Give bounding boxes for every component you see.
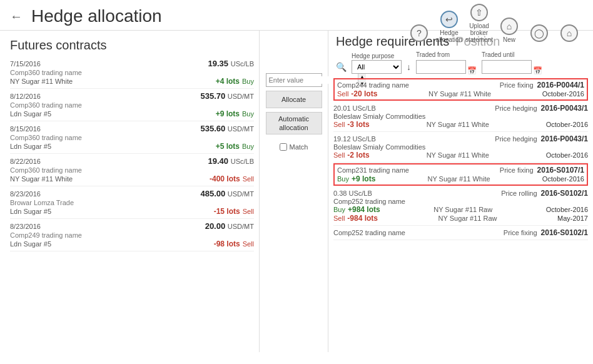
hedge-ref: 2016-P0043/1 bbox=[541, 104, 588, 113]
filter-search-icon: 🔍 bbox=[336, 62, 347, 72]
hedge-period: October-2016 bbox=[546, 121, 588, 128]
hedge-market: NY Sugar #11 White bbox=[427, 175, 490, 183]
hedge-side: Sell bbox=[333, 121, 345, 128]
traded-from-filter: Traded from 📅 bbox=[416, 51, 477, 75]
toolbar: ? ↩ Hedge allocation ⇧ Upload broker sta… bbox=[405, 4, 583, 43]
hedge-lots-sell: -984 lots bbox=[347, 214, 378, 223]
hedge-price: 19.12 USc/LB bbox=[333, 135, 376, 143]
contract-price: 535.60 USD/MT bbox=[200, 124, 254, 133]
toolbar-upload[interactable]: ⇧ Upload broker statement bbox=[465, 4, 493, 43]
contract-market: Ldn Sugar #5 bbox=[10, 143, 51, 150]
contract-price: 485.00 USD/MT bbox=[200, 189, 254, 198]
hedge-type: Price fixing bbox=[500, 166, 534, 174]
contract-company: Comp360 trading name bbox=[10, 68, 254, 77]
contract-lots: -15 lots bbox=[214, 207, 240, 216]
contract-price: 19.40 USc/LB bbox=[208, 156, 254, 166]
hedge-side-buy: Buy bbox=[333, 206, 345, 213]
contracts-list: 7/15/2016 19.35 USc/LB Comp360 trading n… bbox=[0, 56, 259, 352]
header: ← Hedge allocation ? ↩ Hedge allocation … bbox=[0, 0, 593, 31]
contract-item[interactable]: 8/23/2016 485.00 USD/MT Browar Lomza Tra… bbox=[10, 186, 254, 219]
contract-item[interactable]: 8/15/2016 535.60 USD/MT Comp360 trading … bbox=[10, 121, 254, 154]
hedge-period: October-2016 bbox=[542, 90, 584, 98]
hedge-side: Sell bbox=[333, 151, 345, 159]
hedge-market-sell: NY Sugar #11 Raw bbox=[438, 215, 497, 222]
match-label: Match bbox=[290, 143, 308, 151]
hedge-type: Price hedging bbox=[495, 104, 537, 112]
allocate-button[interactable]: Allocate bbox=[266, 91, 322, 108]
traded-until-label: Traded until bbox=[482, 51, 542, 58]
toolbar-home[interactable]: ⌂ bbox=[555, 24, 583, 43]
hedge-item[interactable]: Comp252 trading name Price fixing 2016-S… bbox=[333, 226, 588, 240]
traded-from-input[interactable] bbox=[416, 60, 466, 74]
sort-arrow-icon: ↓ bbox=[407, 62, 411, 72]
hedge-lots: -3 lots bbox=[347, 120, 369, 129]
contract-item[interactable]: 7/15/2016 19.35 USc/LB Comp360 trading n… bbox=[10, 56, 254, 89]
hedge-type: Price hedging bbox=[495, 135, 537, 143]
contract-tag: Buy bbox=[242, 110, 254, 118]
clock-icon: ◯ bbox=[530, 24, 548, 42]
hedge-lots-buy: +984 lots bbox=[348, 205, 380, 214]
automatic-allocation-button[interactable]: Automatic allocation bbox=[266, 112, 322, 134]
match-row: Match bbox=[280, 143, 308, 151]
hedge-ref: 2016-S0102/1 bbox=[541, 228, 588, 237]
hedge-item[interactable]: 20.01 USc/LB Price hedging 2016-P0043/1 … bbox=[333, 101, 588, 132]
hedge-price: 20.01 USc/LB bbox=[333, 104, 376, 112]
hedge-company: Comp252 trading name bbox=[333, 229, 405, 236]
hedge-market: NY Sugar #11 White bbox=[427, 121, 489, 128]
contract-tag: Sell bbox=[243, 240, 254, 248]
main-content: Futures contracts 7/15/2016 19.35 USc/LB… bbox=[0, 31, 593, 352]
contract-market: NY Sugar #11 White bbox=[10, 175, 73, 183]
toolbar-upload-label: Upload broker statement bbox=[465, 23, 493, 43]
page-title: Hedge allocation bbox=[31, 6, 162, 26]
toolbar-new[interactable]: ⌂ New bbox=[495, 18, 523, 43]
contract-market: Ldn Sugar #5 bbox=[10, 110, 51, 118]
contract-date: 8/12/2016 bbox=[10, 93, 41, 100]
left-panel: Futures contracts 7/15/2016 19.35 USc/LB… bbox=[0, 31, 260, 352]
home-icon: ⌂ bbox=[560, 24, 578, 42]
futures-title: Futures contracts bbox=[0, 31, 259, 56]
hedge-purpose-filter: Hedge purpose All bbox=[352, 53, 402, 74]
contract-item[interactable]: 8/23/2016 20.00 USD/MT Comp249 trading n… bbox=[10, 219, 254, 251]
contract-price: 535.70 USD/MT bbox=[200, 91, 254, 101]
hedge-item[interactable]: 0.38 USc/LB Price rolling 2016-S0102/1 C… bbox=[333, 186, 588, 226]
allocation-controls: ▲ ▼ Allocate Automatic allocation Match bbox=[263, 73, 324, 151]
traded-until-calendar-icon[interactable]: 📅 bbox=[533, 66, 542, 75]
contract-item[interactable]: 8/12/2016 535.70 USD/MT Comp360 trading … bbox=[10, 89, 254, 121]
contract-tag: Buy bbox=[242, 143, 254, 150]
traded-from-calendar-icon[interactable]: 📅 bbox=[467, 66, 477, 75]
hedge-company: Comp244 trading name bbox=[337, 81, 409, 89]
back-button[interactable]: ← bbox=[10, 9, 23, 24]
hedge-item[interactable]: Comp231 trading name Price fixing 2016-S… bbox=[333, 163, 588, 186]
hedge-price: 0.38 USc/LB bbox=[333, 190, 372, 197]
contract-date: 8/23/2016 bbox=[10, 223, 41, 230]
toolbar-hedge-label: Hedge allocation bbox=[435, 29, 463, 43]
contract-lots: -98 lots bbox=[214, 240, 240, 248]
hedge-lots: -20 lots bbox=[351, 89, 377, 98]
hedge-period-buy: October-2016 bbox=[546, 206, 588, 213]
contract-tag: Buy bbox=[242, 78, 254, 85]
hedge-type: Price fixing bbox=[504, 229, 537, 236]
hedge-side: Buy bbox=[337, 175, 349, 183]
hedge-item[interactable]: Comp244 trading name Price fixing 2016-P… bbox=[333, 78, 588, 101]
hedge-ref: 2016-P0044/1 bbox=[537, 81, 584, 89]
contract-company: Comp360 trading name bbox=[10, 101, 254, 109]
hedge-company: Boleslaw Smialy Commodities bbox=[333, 143, 425, 151]
toolbar-hedge-allocation[interactable]: ↩ Hedge allocation bbox=[435, 11, 463, 43]
filter-row: 🔍 Hedge purpose All ↓ Traded from 📅 bbox=[336, 49, 585, 75]
right-panel: Hedge requirements Position 🔍 Hedge purp… bbox=[328, 31, 593, 352]
hedge-purpose-select[interactable]: All bbox=[352, 60, 402, 74]
help-button[interactable]: ? bbox=[405, 24, 433, 43]
upload-icon: ⇧ bbox=[470, 4, 488, 21]
hedge-company: Comp252 trading name bbox=[333, 198, 405, 205]
hedge-item[interactable]: 19.12 USc/LB Price hedging 2016-P0043/1 … bbox=[333, 132, 588, 163]
toolbar-clock[interactable]: ◯ bbox=[525, 24, 553, 43]
hedge-market-buy: NY Sugar #11 Raw bbox=[433, 206, 492, 213]
new-icon: ⌂ bbox=[500, 18, 518, 35]
value-input-row: ▲ ▼ bbox=[266, 73, 322, 87]
traded-until-input[interactable] bbox=[482, 60, 532, 74]
contract-company: Comp360 trading name bbox=[10, 166, 254, 174]
traded-from-label: Traded from bbox=[416, 51, 477, 58]
match-checkbox[interactable] bbox=[280, 143, 287, 151]
contract-item[interactable]: 8/22/2016 19.40 USc/LB Comp360 trading n… bbox=[10, 154, 254, 186]
hedge-market: NY Sugar #11 White bbox=[428, 90, 491, 98]
